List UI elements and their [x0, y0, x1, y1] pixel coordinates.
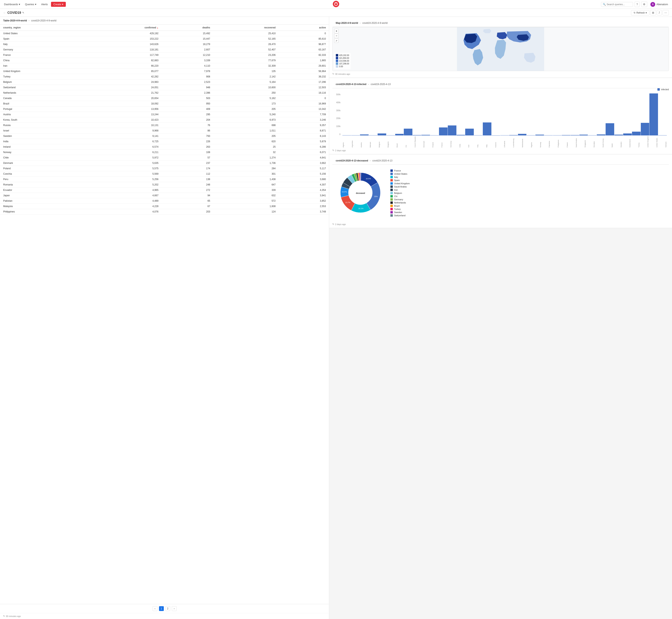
page-2-button[interactable]: 2 [165, 606, 170, 611]
table-row[interactable]: Germany118,1812,60752,40763,167 [0, 47, 329, 52]
table-row[interactable]: Japan4,667946323,941 [0, 193, 329, 198]
table-cell: France [0, 52, 87, 58]
table-row[interactable]: Chile5,972571,2744,641 [0, 155, 329, 160]
table-cell: 5,117 [279, 166, 329, 171]
next-page-button[interactable]: › [172, 606, 176, 611]
table-cell: 4,110 [162, 63, 213, 69]
settings-button[interactable]: ⚙ [641, 2, 647, 7]
table-row[interactable]: Belgium24,9832,5235,16417,296 [0, 79, 329, 85]
x-axis-labels: AlgeriaArgentinaAustriaBahrainBelgiumBul… [343, 136, 667, 147]
col-active[interactable]: active [279, 24, 329, 31]
x-label: Brazil [396, 136, 398, 147]
table-row[interactable]: Israel9,968861,0118,871 [0, 128, 329, 133]
prev-page-button[interactable]: ‹ [153, 606, 157, 611]
col-recovered[interactable]: recovered [213, 24, 279, 31]
table-cell: 226 [162, 139, 213, 144]
search-input[interactable] [607, 3, 630, 6]
table-cell: Germany [0, 47, 87, 52]
fullscreen-button[interactable]: ⊞ [650, 10, 656, 15]
table-row[interactable]: Iran66,2204,11032,30929,801 [0, 63, 329, 69]
table-row[interactable]: Brazil18,09295017316,969 [0, 101, 329, 107]
nav-queries[interactable]: Queries ▾ [23, 2, 38, 7]
help-button[interactable]: ? [634, 2, 640, 7]
table-cell: 15,492 [162, 31, 213, 36]
table-row[interactable]: Romania5,2022486474,307 [0, 182, 329, 188]
table-cell: 24,051 [87, 85, 162, 90]
donut-legend-item: Belgium [390, 192, 667, 194]
edit-icon[interactable]: ✎ [22, 11, 24, 14]
x-label: Bulgaria [387, 136, 389, 147]
table-cell: 503 [162, 96, 213, 101]
more-button[interactable]: ⋯ [663, 10, 669, 15]
right-panel: Map-2020-4-9-world – covid19-2020-4-9-wo… [329, 17, 672, 619]
table-row[interactable]: Austria13,2442955,2407,709 [0, 112, 329, 117]
table-row[interactable]: Norway6,211108326,071 [0, 150, 329, 155]
nav-alerts[interactable]: Alerts [40, 2, 50, 7]
table-row[interactable]: Czechia5,5691123015,156 [0, 171, 329, 177]
table-cell: Belgium [0, 79, 87, 85]
y-axis-label: 200k [332, 117, 341, 120]
table-row[interactable]: Russia10,131766989,357 [0, 123, 329, 128]
table-row[interactable]: Ecuador4,9652723394,354 [0, 188, 329, 193]
fullscreen-map-button[interactable]: ⤢ [334, 39, 339, 43]
table-footer-time: 30 minutes ago [6, 615, 21, 617]
donut-legend-item: United States [390, 173, 667, 175]
refresh-button[interactable]: ↻ Refresh ▾ [631, 10, 650, 15]
table-row[interactable]: Ireland6,574263256,286 [0, 144, 329, 150]
table-row[interactable]: Pakistan4,489655723,852 [0, 198, 329, 204]
x-label: Poland [567, 136, 568, 147]
x-label: Iran [468, 136, 470, 147]
table-row[interactable]: Switzerland24,05194810,60012,503 [0, 85, 329, 90]
table-row[interactable]: Poland5,5751742845,117 [0, 166, 329, 171]
x-label: Germany [450, 136, 452, 147]
table-row[interactable]: France117,74912,21023,20682,333 [0, 52, 329, 58]
table-row[interactable]: Malaysia4,228671,6082,553 [0, 204, 329, 209]
table-cell: 4,667 [87, 193, 162, 198]
zoom-out-button[interactable]: − [334, 33, 339, 38]
table-row[interactable]: United Kingdom65,0777,97813556,964 [0, 69, 329, 74]
table-row[interactable]: India6,7252266205,879 [0, 139, 329, 144]
table-container[interactable]: country_region confirmed deaths recovere… [0, 24, 329, 604]
table-cell: 698 [213, 123, 279, 128]
table-row[interactable]: United States429,19215,49225,4100 [0, 31, 329, 36]
table-cell: 13,956 [87, 107, 162, 112]
table-row[interactable]: Denmark5,6352371,7363,662 [0, 160, 329, 166]
donut-area: 16.5%25%16.1%13.7%8.57% deceased FranceU… [332, 165, 669, 221]
table-cell: 5,256 [87, 177, 162, 182]
col-deaths[interactable]: deaths [162, 24, 213, 31]
page-1-button[interactable]: 1 [159, 606, 164, 611]
table-row[interactable]: Philippines4,0762031243,749 [0, 209, 329, 214]
table-row[interactable]: Italy143,62618,27928,47096,877 [0, 42, 329, 47]
table-row[interactable]: Netherlands21,7622,39625019,116 [0, 90, 329, 96]
title-text: COVID19 [7, 11, 21, 15]
zoom-in-button[interactable]: + [334, 29, 339, 33]
table-row[interactable]: Peru5,2561381,4383,680 [0, 177, 329, 182]
x-label: Belgium [378, 136, 380, 147]
table-row[interactable]: Spain153,22215,44752,16585,610 [0, 36, 329, 42]
table-row[interactable]: Sweden9,1417932058,143 [0, 133, 329, 139]
col-confirmed[interactable]: confirmed [87, 24, 162, 31]
search-box[interactable]: 🔍 [601, 2, 633, 7]
table-row[interactable]: Canada20,6545035,1620 [0, 96, 329, 101]
table-cell: 13,244 [87, 112, 162, 117]
star-icon[interactable]: ☆ [3, 11, 6, 14]
user-menu[interactable]: A Alienatom [649, 1, 670, 8]
donut-label: 16.1% [358, 207, 364, 209]
share-button[interactable]: ⤴ [657, 10, 662, 15]
col-country[interactable]: country_region [0, 24, 87, 31]
bar-chart-title: covid19-2020-4-13-infected [335, 83, 366, 86]
table-cell: 4,489 [87, 198, 162, 204]
bar [404, 129, 413, 135]
table-row[interactable]: China82,8833,33977,6791,865 [0, 58, 329, 63]
table-cell: 135 [213, 69, 279, 74]
create-button[interactable]: Create ▾ [51, 2, 66, 7]
table-row[interactable]: Turkey42,2829082,14239,232 [0, 74, 329, 79]
chart-area: 0100k200k300k400k500k AlgeriaArgentinaAu… [332, 91, 669, 147]
table-cell: 5,569 [87, 171, 162, 177]
nav-dashboards[interactable]: Dashboards ▾ [2, 2, 22, 7]
donut-widget: covid19-2020-4-13-deceased – covid19-202… [329, 154, 672, 228]
table-row[interactable]: Portugal13,95640920513,342 [0, 107, 329, 112]
bar [439, 127, 448, 135]
table-row[interactable]: Korea, South10,4232046,9733,246 [0, 117, 329, 123]
table-cell: 67 [162, 204, 213, 209]
